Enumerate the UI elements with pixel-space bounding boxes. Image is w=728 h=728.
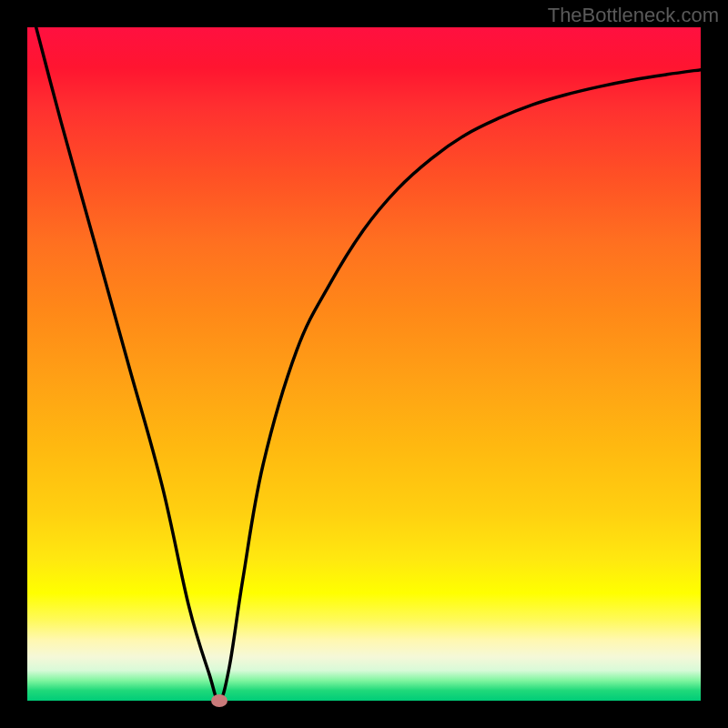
chart-curve-svg — [27, 27, 701, 701]
watermark-text: TheBottleneck.com — [548, 4, 719, 27]
chart-plot-area — [27, 27, 701, 701]
optimal-point-marker — [211, 694, 228, 707]
bottleneck-curve-path — [27, 27, 701, 701]
